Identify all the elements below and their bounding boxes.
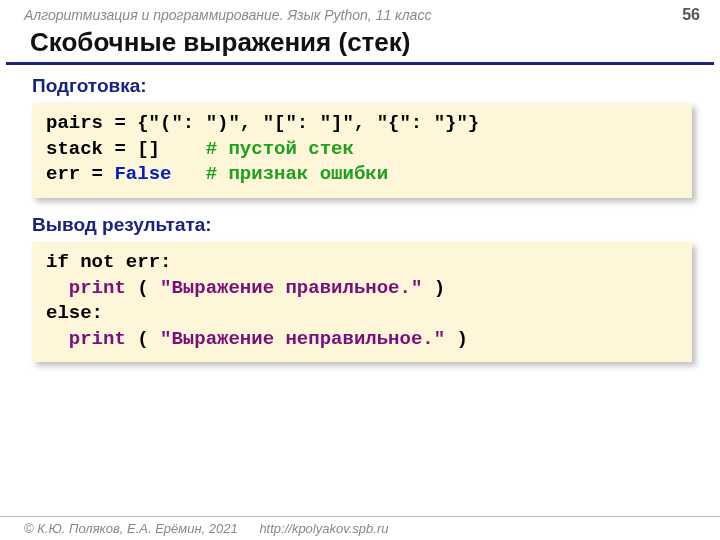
code-string: "Выражение правильное."	[160, 277, 422, 299]
code-builtin: print	[69, 277, 126, 299]
code-line-part: stack = []	[46, 138, 206, 160]
footer-url: http://kpolyakov.spb.ru	[259, 521, 388, 536]
page-number: 56	[682, 6, 700, 24]
course-name: Алгоритмизация и программирование. Язык …	[24, 7, 431, 23]
code-line-part: (	[126, 277, 160, 299]
code-line-part: err =	[46, 163, 114, 185]
code-line-part: )	[445, 328, 468, 350]
code-line-part: )	[422, 277, 445, 299]
code-space	[69, 251, 80, 273]
code-keyword: not	[80, 251, 114, 273]
section-output-label: Вывод результата:	[0, 204, 720, 242]
code-comment: # пустой стек	[206, 138, 354, 160]
section-prep-label: Подготовка:	[0, 65, 720, 103]
slide-footer: © К.Ю. Поляков, Е.А. Ерёмин, 2021 http:/…	[0, 516, 720, 540]
code-keyword: else	[46, 302, 92, 324]
slide-title: Скобочные выражения (стек)	[6, 24, 714, 65]
code-keyword: if	[46, 251, 69, 273]
code-block-output: if not err: print ( "Выражение правильно…	[32, 242, 692, 363]
code-builtin: print	[69, 328, 126, 350]
code-string: "Выражение неправильное."	[160, 328, 445, 350]
slide-header: Алгоритмизация и программирование. Язык …	[0, 0, 720, 24]
code-line-part: :	[92, 302, 103, 324]
code-block-prep: pairs = {"(": ")", "[": "]", "{": "}"} s…	[32, 103, 692, 198]
code-comment: # признак ошибки	[206, 163, 388, 185]
copyright: © К.Ю. Поляков, Е.А. Ерёмин, 2021	[24, 521, 238, 536]
code-line-part: err:	[114, 251, 171, 273]
code-line-part: (	[126, 328, 160, 350]
code-indent	[46, 328, 69, 350]
code-line: pairs = {"(": ")", "[": "]", "{": "}"}	[46, 112, 479, 134]
code-keyword-false: False	[114, 163, 171, 185]
code-indent	[46, 277, 69, 299]
code-line-part	[171, 163, 205, 185]
